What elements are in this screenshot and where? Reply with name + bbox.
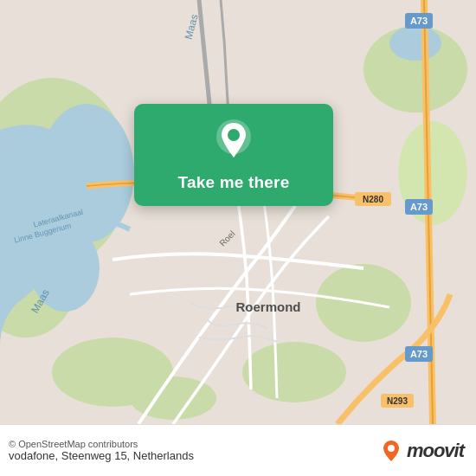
- moovit-brand-text: moovit: [407, 440, 464, 462]
- location-pin-icon: [211, 119, 256, 164]
- svg-text:N280: N280: [363, 195, 383, 204]
- svg-point-31: [228, 129, 240, 141]
- moovit-logo: moovit: [379, 439, 464, 463]
- cta-button-label: Take me there: [178, 173, 290, 192]
- svg-point-6: [242, 342, 346, 402]
- cta-popup[interactable]: Take me there: [134, 104, 333, 206]
- svg-text:A73: A73: [410, 16, 428, 26]
- moovit-pin-icon: [379, 439, 403, 463]
- map-background: N280 N280 A73 A73 A73 N293 Roermond Maas…: [0, 0, 476, 424]
- svg-point-11: [389, 26, 441, 61]
- attribution-text: © OpenStreetMap contributors: [9, 439, 194, 449]
- place-label: vodafone, Steenweg 15, Netherlands: [9, 449, 194, 462]
- svg-point-32: [388, 445, 395, 452]
- bottom-left: © OpenStreetMap contributors vodafone, S…: [9, 439, 194, 462]
- bottom-bar: © OpenStreetMap contributors vodafone, S…: [0, 424, 476, 476]
- svg-text:Roermond: Roermond: [236, 299, 301, 314]
- map-container: N280 N280 A73 A73 A73 N293 Roermond Maas…: [0, 0, 476, 424]
- svg-text:A73: A73: [410, 202, 428, 212]
- svg-text:A73: A73: [410, 349, 428, 359]
- svg-text:N293: N293: [387, 396, 408, 406]
